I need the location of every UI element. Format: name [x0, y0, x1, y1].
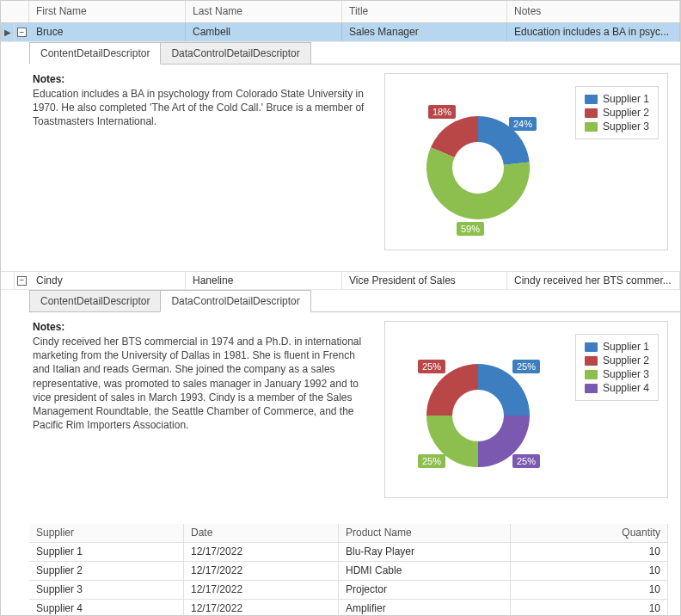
sub-cell-date: 12/17/2022	[184, 543, 339, 561]
column-header-last-name[interactable]: Last Name	[186, 1, 342, 22]
grid-row[interactable]: − Cindy Haneline Vice President of Sales…	[1, 271, 680, 290]
tabs-filler	[310, 42, 680, 65]
sub-grid-row[interactable]: Supplier 1 12/17/2022 Blu-Ray Player 10	[29, 543, 668, 562]
notes-label: Notes:	[33, 73, 64, 85]
donut-chart: 24% 18% 59% Supplier 1 Supplier 2 Suppli…	[384, 73, 668, 250]
minus-icon: −	[17, 276, 27, 286]
cell-title[interactable]: Vice President of Sales	[342, 272, 507, 289]
sub-cell-product: HDMI Cable	[339, 562, 511, 580]
tab-content-detail[interactable]: ContentDetailDescriptor	[29, 290, 161, 312]
sub-cell-date: 12/17/2022	[184, 581, 339, 599]
legend-item: Supplier 2	[585, 354, 649, 367]
sub-cell-supplier: Supplier 1	[29, 543, 184, 561]
sub-cell-product: Amplifier	[339, 600, 511, 616]
sub-column-supplier[interactable]: Supplier	[29, 524, 184, 542]
sub-cell-qty: 10	[511, 543, 668, 561]
slice-label: 24%	[509, 117, 537, 131]
detail-body: Notes: Education includes a BA in psycho…	[29, 65, 680, 259]
cell-last-name[interactable]: Cambell	[186, 23, 342, 41]
legend-label: Supplier 4	[603, 382, 649, 394]
row-indicator-icon	[1, 272, 15, 289]
notes-text: Education includes a BA in psychology fr…	[33, 87, 369, 129]
sub-cell-qty: 10	[511, 600, 668, 616]
sub-column-quantity[interactable]: Quantity	[511, 524, 668, 542]
sub-cell-date: 12/17/2022	[184, 600, 339, 616]
cell-last-name[interactable]: Haneline	[186, 272, 342, 289]
donut-chart-canvas: 25% 25% 25% 25%	[392, 334, 564, 489]
cell-notes[interactable]: Cindy received her BTS commer...	[507, 272, 680, 289]
legend-item: Supplier 1	[585, 92, 649, 106]
row-expand-toggle[interactable]: −	[15, 23, 29, 41]
sub-cell-qty: 10	[511, 581, 668, 599]
tab-datacontrol-detail[interactable]: DataControlDetailDescriptor	[160, 42, 310, 65]
sub-cell-product: Projector	[339, 581, 511, 599]
minus-icon: −	[17, 28, 27, 37]
row-indicator-icon: ▶	[1, 23, 15, 41]
notes-label: Notes:	[33, 321, 64, 333]
legend-item: Supplier 4	[585, 381, 649, 395]
header-spacer	[1, 1, 29, 22]
sub-cell-date: 12/17/2022	[184, 562, 339, 580]
column-header-notes[interactable]: Notes	[507, 1, 680, 22]
legend-item: Supplier 3	[585, 367, 649, 381]
legend-swatch-icon	[585, 108, 598, 118]
sub-grid-row[interactable]: Supplier 2 12/17/2022 HDMI Cable 10	[29, 562, 668, 581]
sub-column-date[interactable]: Date	[184, 524, 339, 542]
cell-title[interactable]: Sales Manager	[342, 23, 507, 41]
sub-grid-row[interactable]: Supplier 4 12/17/2022 Amplifier 10	[29, 600, 668, 616]
donut-chart: 25% 25% 25% 25% Supplier 1 Supplier 2 Su…	[384, 321, 668, 498]
legend-label: Supplier 3	[603, 368, 649, 380]
legend-label: Supplier 2	[603, 107, 649, 119]
slice-label: 25%	[512, 360, 540, 373]
legend-swatch-icon	[585, 95, 598, 104]
tab-datacontrol-detail[interactable]: DataControlDetailDescriptor	[160, 290, 310, 312]
sub-column-product[interactable]: Product Name	[339, 524, 511, 542]
grid-header: First Name Last Name Title Notes	[1, 1, 680, 23]
legend-item: Supplier 1	[585, 340, 649, 354]
cell-notes[interactable]: Education includes a BA in psyc...	[507, 23, 680, 41]
legend-label: Supplier 3	[603, 120, 649, 132]
legend-swatch-icon	[585, 342, 598, 352]
notes-block: Notes: Cindy received her BTS commercial…	[33, 321, 369, 498]
tabs-filler	[310, 290, 680, 312]
sub-cell-supplier: Supplier 3	[29, 581, 184, 599]
slice-label: 18%	[428, 105, 456, 119]
sub-grid-header: Supplier Date Product Name Quantity	[29, 524, 668, 543]
sub-cell-supplier: Supplier 2	[29, 562, 184, 580]
sub-cell-qty: 10	[511, 562, 668, 580]
slice-label: 59%	[457, 222, 484, 236]
legend-swatch-icon	[585, 370, 598, 379]
chart-legend: Supplier 1 Supplier 2 Supplier 3 Supplie…	[575, 334, 659, 401]
slice-label: 25%	[512, 454, 540, 468]
legend-label: Supplier 1	[603, 93, 649, 105]
legend-item: Supplier 2	[585, 106, 649, 120]
notes-block: Notes: Education includes a BA in psycho…	[33, 73, 369, 250]
donut-chart-canvas: 24% 18% 59%	[392, 86, 564, 241]
detail-panel: ContentDetailDescriptor DataControlDetai…	[1, 42, 680, 271]
detail-panel: ContentDetailDescriptor DataControlDetai…	[1, 290, 680, 519]
legend-swatch-icon	[585, 356, 598, 366]
sub-cell-product: Blu-Ray Player	[339, 543, 511, 561]
detail-body: Notes: Cindy received her BTS commercial…	[29, 312, 680, 507]
chart-legend: Supplier 1 Supplier 2 Supplier 3	[575, 86, 659, 139]
column-header-first-name[interactable]: First Name	[29, 1, 186, 22]
sub-grid-row[interactable]: Supplier 3 12/17/2022 Projector 10	[29, 581, 668, 600]
tab-content-detail[interactable]: ContentDetailDescriptor	[29, 42, 161, 65]
slice-label: 25%	[418, 360, 445, 373]
detail-tabs: ContentDetailDescriptor DataControlDetai…	[29, 42, 680, 65]
legend-item: Supplier 3	[585, 120, 649, 133]
cell-first-name[interactable]: Cindy	[29, 272, 186, 289]
legend-label: Supplier 1	[603, 341, 649, 353]
column-header-title[interactable]: Title	[342, 1, 507, 22]
detail-sub-grid: Supplier Date Product Name Quantity Supp…	[29, 524, 668, 616]
sub-cell-supplier: Supplier 4	[29, 600, 184, 616]
notes-text: Cindy received her BTS commercial in 197…	[33, 335, 369, 432]
slice-label: 25%	[418, 454, 445, 468]
legend-label: Supplier 2	[603, 354, 649, 367]
detail-tabs: ContentDetailDescriptor DataControlDetai…	[29, 290, 680, 312]
legend-swatch-icon	[585, 384, 598, 393]
row-expand-toggle[interactable]: −	[15, 272, 29, 289]
legend-swatch-icon	[585, 122, 598, 132]
grid-row[interactable]: ▶ − Bruce Cambell Sales Manager Educatio…	[1, 23, 680, 42]
cell-first-name[interactable]: Bruce	[29, 23, 186, 41]
